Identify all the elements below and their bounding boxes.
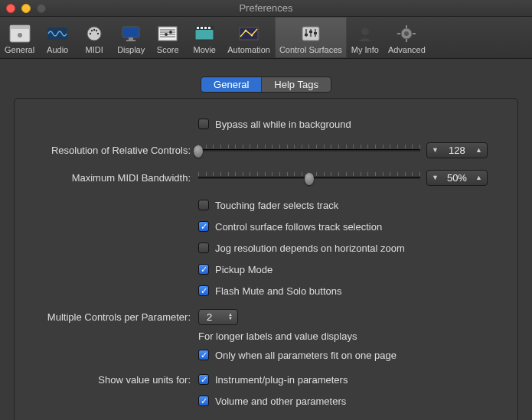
svg-rect-24	[204, 27, 207, 29]
svg-point-6	[97, 32, 99, 34]
toolbar-label: General	[5, 45, 34, 54]
window-title: Preferences	[239, 2, 292, 14]
show-units-label: Show value units for:	[33, 374, 198, 386]
instrument-label: Instrument/plug-in parameters	[215, 374, 348, 386]
jog-checkbox[interactable]	[198, 243, 209, 253]
my-info-icon	[353, 23, 377, 44]
titlebar: Preferences	[0, 0, 532, 17]
chevron-down-icon[interactable]: ▼	[432, 146, 439, 154]
automation-icon	[237, 23, 261, 44]
svg-rect-39	[406, 25, 407, 28]
toolbar-item-general[interactable]: General	[0, 17, 39, 58]
minimize-icon[interactable]	[21, 4, 31, 13]
svg-point-9	[93, 28, 95, 30]
toolbar-item-my-info[interactable]: My Info	[347, 17, 383, 58]
svg-rect-13	[158, 27, 177, 41]
toolbar-item-automation[interactable]: Automation	[223, 17, 275, 58]
svg-point-8	[96, 29, 97, 31]
toolbar-item-control-surfaces[interactable]: Control Surfaces	[275, 17, 347, 58]
touch-fader-label: Touching fader selects track	[215, 200, 338, 211]
toolbar-label: Movie	[194, 45, 216, 54]
svg-rect-1	[10, 25, 30, 29]
subtab-help-tags[interactable]: Help Tags	[262, 77, 331, 92]
svg-rect-20	[195, 29, 214, 40]
svg-point-28	[251, 34, 253, 36]
toolbar-label: Display	[117, 45, 145, 54]
toolbar-label: Audio	[47, 45, 68, 54]
caret-icon: ▲▼	[228, 313, 233, 321]
svg-point-38	[404, 31, 409, 36]
flash-checkbox[interactable]	[198, 285, 209, 296]
svg-rect-34	[309, 31, 312, 33]
only-fit-label: Only when all parameters fit on one page	[215, 350, 397, 361]
volume-label: Volume and other parameters	[215, 396, 346, 407]
svg-rect-11	[129, 37, 133, 40]
subtabs: General Help Tags	[0, 59, 532, 98]
svg-point-27	[245, 29, 247, 31]
svg-point-19	[169, 31, 172, 34]
display-icon	[119, 23, 143, 44]
svg-rect-42	[413, 33, 416, 34]
midi-icon	[82, 23, 106, 44]
toolbar-label: MIDI	[86, 45, 103, 54]
close-icon[interactable]	[6, 4, 15, 13]
svg-rect-12	[126, 40, 135, 41]
jog-label: Jog resolution depends on horizontal zoo…	[215, 243, 405, 254]
toolbar-item-movie[interactable]: Movie	[186, 17, 223, 58]
resolution-value: 128	[446, 145, 468, 156]
multiple-helper: For longer labels and value displays	[198, 330, 357, 342]
chevron-up-icon[interactable]: ▲	[475, 146, 482, 154]
settings-panel: Bypass all while in background Resolutio…	[14, 98, 518, 420]
subtab-general[interactable]: General	[201, 77, 262, 92]
bandwidth-slider[interactable]	[198, 171, 420, 184]
bypass-checkbox[interactable]	[198, 119, 209, 129]
toolbar-label: Advanced	[388, 45, 426, 54]
resolution-label: Resolution of Relative Controls:	[33, 145, 198, 156]
svg-point-18	[165, 33, 168, 36]
bandwidth-stepper[interactable]: ▼ 50% ▲	[426, 170, 488, 186]
resolution-slider[interactable]	[198, 144, 420, 156]
svg-point-7	[91, 29, 93, 31]
follows-selection-checkbox[interactable]	[198, 221, 209, 232]
pickup-checkbox[interactable]	[198, 264, 209, 275]
flash-label: Flash Mute and Solo buttons	[215, 285, 342, 297]
bandwidth-label: Maximum MIDI Bandwidth:	[33, 172, 198, 184]
svg-rect-10	[122, 27, 139, 37]
chevron-down-icon[interactable]: ▼	[432, 174, 439, 181]
resolution-stepper[interactable]: ▼ 128 ▲	[426, 142, 488, 158]
svg-point-2	[18, 33, 22, 37]
toolbar: General Audio MIDI Display Score Movie	[0, 17, 532, 59]
svg-rect-40	[406, 39, 407, 42]
svg-point-5	[90, 32, 91, 34]
toolbar-item-display[interactable]: Display	[113, 17, 149, 58]
volume-checkbox[interactable]	[198, 396, 209, 406]
maximize-icon	[37, 4, 46, 13]
toolbar-label: Automation	[227, 45, 270, 54]
multiple-dropdown[interactable]: 2 ▲▼	[198, 309, 238, 325]
multiple-label: Multiple Controls per Parameter:	[33, 311, 198, 323]
touch-fader-checkbox[interactable]	[198, 200, 209, 210]
svg-rect-33	[305, 34, 308, 36]
svg-rect-22	[197, 27, 199, 29]
svg-rect-23	[201, 27, 203, 29]
toolbar-item-midi[interactable]: MIDI	[76, 17, 113, 58]
svg-point-36	[361, 28, 369, 35]
bypass-label: Bypass all while in background	[215, 119, 351, 130]
only-fit-checkbox[interactable]	[198, 350, 209, 360]
svg-rect-41	[397, 33, 400, 34]
score-icon	[155, 23, 180, 44]
pickup-label: Pickup Mode	[215, 264, 273, 275]
instrument-checkbox[interactable]	[198, 374, 209, 385]
toolbar-label: My Info	[351, 45, 379, 54]
toolbar-item-advanced[interactable]: Advanced	[383, 17, 430, 58]
chevron-up-icon[interactable]: ▲	[475, 174, 482, 181]
svg-point-4	[87, 27, 101, 41]
follows-selection-label: Control surface follows track selection	[215, 221, 382, 233]
svg-rect-25	[208, 27, 211, 29]
audio-icon	[45, 23, 70, 44]
gear-icon	[394, 23, 419, 44]
toolbar-item-audio[interactable]: Audio	[39, 17, 76, 58]
control-surfaces-icon	[299, 23, 323, 44]
toolbar-item-score[interactable]: Score	[149, 17, 186, 58]
general-icon	[8, 23, 32, 44]
